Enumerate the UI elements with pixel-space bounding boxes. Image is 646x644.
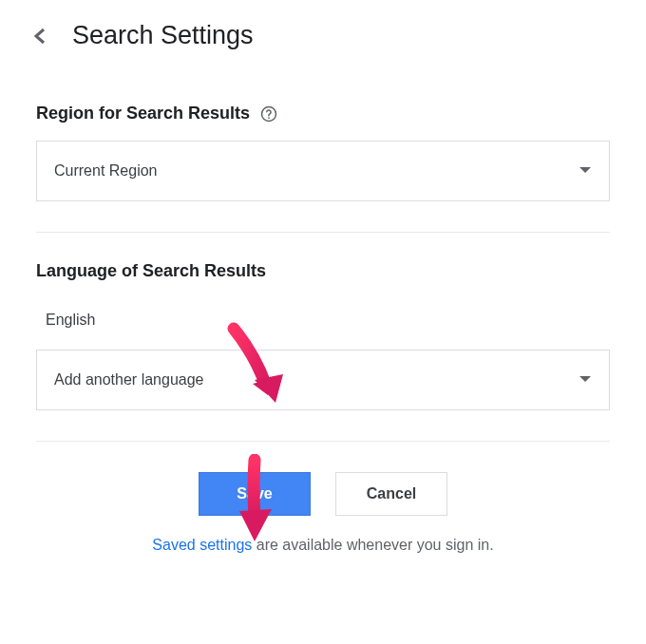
divider bbox=[36, 441, 610, 442]
region-dropdown[interactable]: Current Region bbox=[36, 141, 610, 201]
back-icon[interactable] bbox=[28, 25, 51, 47]
help-icon[interactable] bbox=[259, 104, 278, 123]
language-label-text: Language of Search Results bbox=[36, 261, 266, 281]
divider bbox=[36, 232, 610, 233]
page-title: Search Settings bbox=[72, 21, 254, 50]
region-section-label: Region for Search Results bbox=[36, 104, 610, 123]
content: Region for Search Results Current Region… bbox=[0, 67, 646, 554]
footer-note: Saved settings are available whenever yo… bbox=[36, 537, 610, 554]
cancel-button[interactable]: Cancel bbox=[335, 472, 447, 516]
region-label-text: Region for Search Results bbox=[36, 104, 250, 123]
current-language: English bbox=[36, 298, 610, 350]
region-dropdown-value: Current Region bbox=[54, 162, 158, 180]
svg-point-1 bbox=[268, 117, 270, 119]
footer-text: are available whenever you sign in. bbox=[252, 537, 493, 553]
add-language-dropdown[interactable]: Add another language bbox=[36, 350, 610, 410]
button-row: Save Cancel bbox=[36, 472, 610, 516]
saved-settings-link[interactable]: Saved settings bbox=[152, 537, 252, 553]
chevron-down-icon bbox=[579, 166, 592, 176]
chevron-down-icon bbox=[579, 375, 592, 385]
save-button[interactable]: Save bbox=[199, 472, 311, 516]
language-section-label: Language of Search Results bbox=[36, 261, 610, 281]
header: Search Settings bbox=[0, 0, 646, 67]
add-language-label: Add another language bbox=[54, 371, 203, 388]
